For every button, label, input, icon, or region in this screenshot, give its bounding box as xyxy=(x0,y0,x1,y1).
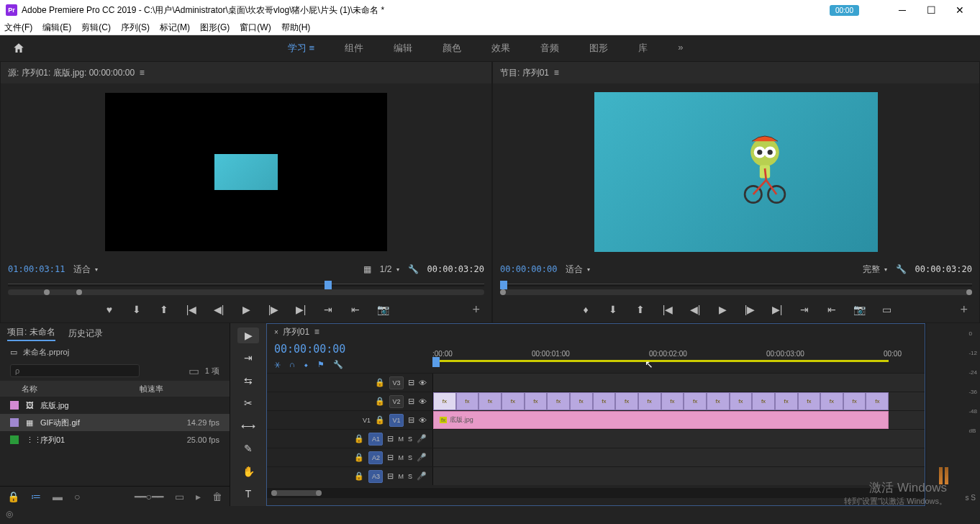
p-step-fwd-icon[interactable]: |▶ xyxy=(743,303,756,316)
source-fit-select[interactable]: 适合 xyxy=(73,263,98,276)
track-select-tool[interactable]: ⇥ xyxy=(237,351,259,366)
menu-edit[interactable]: 编辑(E) xyxy=(42,22,71,34)
mic-icon[interactable]: 🎤 xyxy=(417,471,427,481)
tab-project[interactable]: 项目: 未命名 xyxy=(7,326,55,341)
project-list-header[interactable]: 名称帧速率 xyxy=(0,381,230,397)
hand-tool[interactable]: ✋ xyxy=(237,464,259,479)
p-extract-icon[interactable]: ⇤ xyxy=(825,303,838,316)
workspace-overflow[interactable]: » xyxy=(678,42,683,55)
lock-icon[interactable]: 🔒 xyxy=(375,397,385,406)
workspace-library[interactable]: 库 xyxy=(638,42,648,55)
solo-button[interactable]: S xyxy=(408,454,412,461)
program-wrench-icon[interactable]: 🔧 xyxy=(896,264,907,274)
lock-icon[interactable]: 🔒 xyxy=(375,378,385,387)
list-view-icon[interactable]: ≔ xyxy=(31,491,41,502)
sync-lock-icon[interactable]: ⊟ xyxy=(408,415,414,425)
overwrite2-icon[interactable]: ⇥ xyxy=(322,303,335,316)
list-item[interactable]: ▦ GIF动图.gif 14.29 fps xyxy=(0,414,230,431)
timeline-playhead[interactable] xyxy=(432,357,440,367)
eye-icon[interactable]: 👁 xyxy=(419,379,427,387)
fx-clips[interactable]: fxfxfxfxfxfxfxfxfxfxfxfxfxfxfxfxfxfxfxfx xyxy=(433,392,925,410)
program-fit-select[interactable]: 适合 xyxy=(566,263,590,276)
timeline-ruler[interactable]: :00:00 00:00:01:00 00:00:02:00 00:00:03:… xyxy=(432,340,925,373)
marker-icon[interactable]: ⬥ xyxy=(304,360,309,369)
timeline-zoom-scroll[interactable] xyxy=(267,488,925,498)
solo-button[interactable]: S xyxy=(408,435,412,443)
type-tool[interactable]: T xyxy=(237,487,259,502)
timeline-clip-v1[interactable]: fx底版.jpg xyxy=(433,411,889,429)
settings-icon[interactable]: ⚑ xyxy=(317,360,325,369)
home-button[interactable] xyxy=(9,38,29,58)
workspace-edit[interactable]: 编辑 xyxy=(394,42,412,55)
workspace-assembly[interactable]: 组件 xyxy=(345,42,363,55)
p-go-out-icon[interactable]: ▶| xyxy=(771,303,784,316)
mute-button[interactable]: M xyxy=(398,454,404,461)
minimize-button[interactable]: ─ xyxy=(888,0,917,20)
mark-in-icon[interactable]: ♥ xyxy=(103,303,116,316)
solo-button[interactable]: S xyxy=(408,473,412,480)
go-to-in-icon[interactable]: |◀ xyxy=(185,303,198,316)
eye-icon[interactable]: 👁 xyxy=(419,416,427,425)
new-item-icon[interactable]: ▸ xyxy=(196,491,201,502)
program-resolution-select[interactable]: 完整 xyxy=(863,263,887,276)
trash-icon[interactable]: 🗑 xyxy=(212,491,222,502)
p-lift-icon[interactable]: ⇥ xyxy=(798,303,811,316)
insert-icon[interactable]: ⬇ xyxy=(130,303,143,316)
track-v3-toggle[interactable]: V3 xyxy=(389,376,404,389)
p-export-frame-icon[interactable]: 📷 xyxy=(853,303,866,316)
icon-view-icon[interactable]: ▬ xyxy=(53,491,63,502)
sync-lock-icon[interactable]: ⊟ xyxy=(387,453,394,462)
tab-history[interactable]: 历史记录 xyxy=(68,328,103,340)
lock-icon[interactable]: 🔒 xyxy=(375,415,385,425)
menu-window[interactable]: 窗口(W) xyxy=(240,22,271,34)
sync-lock-icon[interactable]: ⊟ xyxy=(408,378,414,387)
p-in-icon[interactable]: ⬇ xyxy=(607,303,620,316)
menu-sequence[interactable]: 序列(S) xyxy=(121,22,150,34)
insert2-icon[interactable]: ⇤ xyxy=(349,303,362,316)
timeline-timecode[interactable]: 00:00:00:00 xyxy=(274,343,425,356)
lock-icon[interactable]: 🔒 xyxy=(7,491,19,502)
play-icon[interactable]: ▶ xyxy=(240,303,253,316)
menu-graphic[interactable]: 图形(G) xyxy=(200,22,230,34)
snap-icon[interactable]: ⚹ xyxy=(274,360,281,369)
step-fwd-icon[interactable]: |▶ xyxy=(267,303,280,316)
sync-lock-icon[interactable]: ⊟ xyxy=(408,397,414,406)
new-bin-icon[interactable]: ▭ xyxy=(175,491,184,502)
program-panel-header[interactable]: 节目: 序列01 ≡ xyxy=(493,62,979,83)
workspace-color[interactable]: 颜色 xyxy=(443,42,461,55)
source-safe-margin-icon[interactable]: ▦ xyxy=(363,264,371,274)
track-v1-toggle[interactable]: V1 xyxy=(389,414,404,427)
lock-icon[interactable]: 🔒 xyxy=(354,434,364,443)
list-item[interactable]: 🖼 底版.jpg xyxy=(0,397,230,414)
source-resolution-select[interactable]: 1/2 xyxy=(380,264,399,274)
p-out-icon[interactable]: ⬆ xyxy=(634,303,647,316)
track-a1-toggle[interactable]: A1 xyxy=(368,433,383,446)
program-playhead[interactable] xyxy=(500,281,507,289)
p-go-in-icon[interactable]: |◀ xyxy=(661,303,674,316)
project-search-input[interactable] xyxy=(10,364,140,377)
sync-lock-icon[interactable]: ⊟ xyxy=(387,471,394,481)
lock-icon[interactable]: 🔒 xyxy=(354,471,364,481)
source-monitor[interactable] xyxy=(105,93,387,251)
freeform-view-icon[interactable]: ○ xyxy=(74,491,80,502)
link-icon[interactable]: ∩ xyxy=(289,360,295,369)
source-add-button[interactable]: + xyxy=(472,302,480,317)
source-scrubber[interactable] xyxy=(1,278,491,297)
slip-tool[interactable]: ⟷ xyxy=(237,418,259,434)
list-item[interactable]: ⋮⋮ 序列01 25.00 fps xyxy=(0,431,230,448)
track-v2-toggle[interactable]: V2 xyxy=(389,395,404,408)
p-step-back-icon[interactable]: ◀| xyxy=(689,303,702,316)
cc-icon[interactable]: ◎ xyxy=(6,509,13,519)
workspace-audio[interactable]: 音频 xyxy=(540,42,559,55)
lock-icon[interactable]: 🔒 xyxy=(354,453,364,462)
p-compare-icon[interactable]: ▭ xyxy=(880,303,893,316)
wrench-icon[interactable]: 🔧 xyxy=(333,360,343,369)
mute-button[interactable]: M xyxy=(398,473,404,480)
workspace-learn[interactable]: 学习 ≡ xyxy=(288,42,314,55)
close-button[interactable]: ✕ xyxy=(945,0,974,20)
menu-help[interactable]: 帮助(H) xyxy=(281,22,311,34)
mute-button[interactable]: M xyxy=(398,435,404,443)
bin-icon[interactable]: ▭ xyxy=(189,364,199,378)
overwrite-icon[interactable]: ⬆ xyxy=(158,303,171,316)
workspace-graphics[interactable]: 图形 xyxy=(589,42,608,55)
